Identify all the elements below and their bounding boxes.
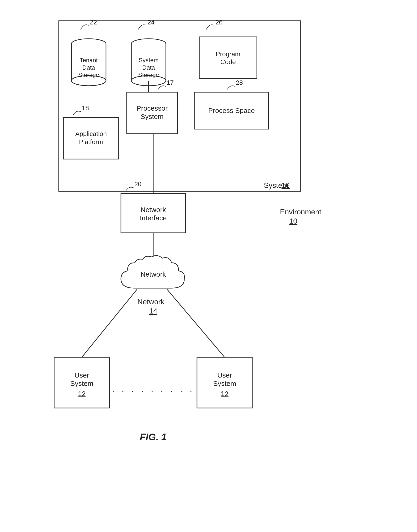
ap-num: 18 — [82, 104, 89, 112]
ni-label-line1: Network — [141, 206, 166, 213]
us-right-label-line2: System — [213, 380, 236, 387]
net-label: Network — [141, 270, 166, 278]
tenant-label-line2: Data — [83, 64, 95, 71]
sds-label-line1: System — [139, 57, 159, 64]
us-right-label-line1: User — [217, 371, 232, 379]
ni-label-line2: Interface — [140, 214, 167, 222]
tenant-label-line3: Storage — [78, 72, 99, 78]
env-num: 10 — [289, 217, 297, 225]
architecture-diagram: System 16 22 Tenant Data Storage 24 Syst… — [36, 14, 381, 521]
ap-label-line2: Platform — [79, 138, 103, 145]
ni-num: 20 — [134, 181, 141, 188]
env-label: Environment — [280, 208, 321, 216]
dots: . . . . . . . . . — [112, 383, 195, 394]
net-to-left-line — [82, 289, 137, 357]
sds-label-line2: Data — [142, 64, 155, 71]
system-num: 16 — [281, 181, 290, 190]
ap-label-line1: Application — [75, 130, 107, 137]
pc-label-line1: Program — [216, 51, 240, 58]
net-num: 14 — [149, 307, 157, 315]
pspace-label: Process Space — [208, 107, 255, 114]
net-label-text: Network — [137, 298, 165, 306]
ps-label-line2: System — [141, 113, 164, 120]
pc-num: 26 — [215, 19, 223, 26]
us-left-label-line1: User — [74, 371, 89, 379]
us-left-num: 12 — [78, 390, 85, 397]
sds-label-line3: Storage — [138, 72, 159, 78]
diagram-container: System 16 22 Tenant Data Storage 24 Syst… — [36, 14, 381, 521]
us-right-num: 12 — [221, 390, 228, 397]
pc-label-line2: Code — [220, 58, 236, 65]
ps-num: 17 — [167, 79, 174, 86]
fig-label: FIG. 1 — [140, 432, 167, 442]
network-cloud: Network — [121, 256, 185, 288]
tenant-label-line1: Tenant — [80, 57, 98, 64]
us-left-label-line2: System — [70, 380, 93, 387]
sds-num: 24 — [147, 19, 155, 26]
pspace-num: 28 — [236, 79, 243, 86]
program-code-box — [199, 37, 257, 78]
ps-label-line1: Processor — [136, 104, 167, 112]
net-to-right-line — [167, 289, 225, 357]
tenant-num: 22 — [90, 19, 97, 26]
